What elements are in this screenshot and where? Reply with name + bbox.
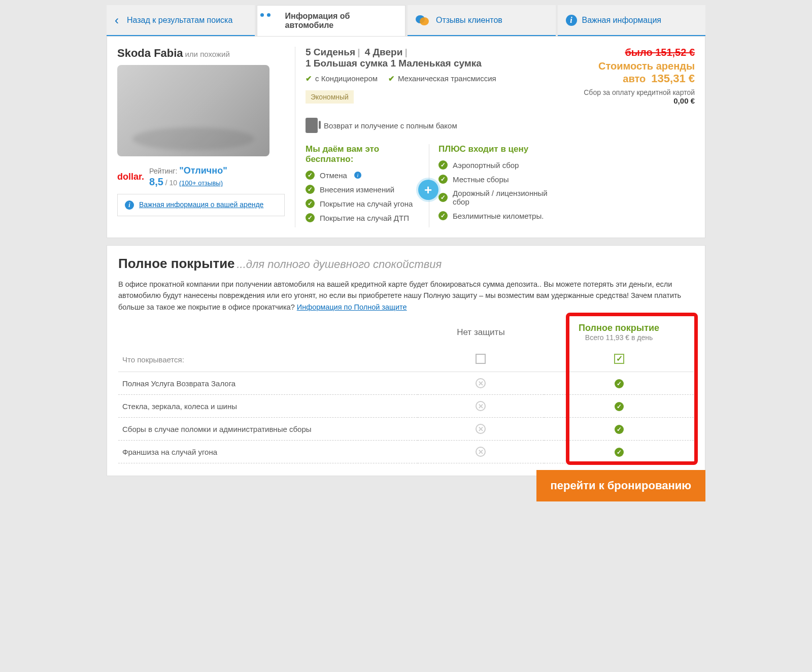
free-item: Покрытие на случай угона: [320, 199, 413, 208]
proceed-booking-button[interactable]: перейти к бронированию: [536, 470, 705, 501]
table-row: Сборы в случае поломки и административны…: [118, 418, 694, 441]
price-now: 135,31 €: [651, 72, 695, 85]
tab-reviews[interactable]: Отзывы клиентов: [408, 5, 556, 36]
free-title: Мы даём вам это бесплатно:: [306, 144, 420, 164]
car-icon: [265, 15, 280, 27]
tabs: Назад к результатам поиска Информация об…: [107, 5, 705, 36]
checkbox-no-protection[interactable]: [476, 354, 486, 364]
important-info-link[interactable]: Важная информация о вашей аренде: [139, 200, 263, 209]
check-icon: ✓: [306, 213, 315, 222]
car-name: Skoda Fabia: [117, 47, 183, 59]
check-icon: ✓: [615, 448, 624, 457]
car-image: [117, 65, 269, 156]
coverage-section: Полное покрытие ...для полного душевного…: [107, 245, 705, 476]
checkbox-full-coverage[interactable]: [614, 354, 624, 364]
coverage-info-link[interactable]: Информация по Полной защите: [297, 303, 407, 311]
coverage-description: В офисе прокатной компании при получении…: [118, 279, 694, 313]
check-icon: ✓: [615, 402, 624, 411]
rating-label: Рейтинг:: [149, 167, 177, 175]
reviews-link[interactable]: (100+ отзывы): [179, 179, 223, 187]
fuel-text: Возврат и получение с полным баком: [324, 121, 457, 130]
class-badge: Экономный: [306, 90, 354, 104]
check-icon: ✓: [615, 425, 624, 434]
fee-label: Сбор за оплату кредитной картой: [563, 88, 695, 96]
col-full-coverage: Полное покрытие: [579, 323, 659, 333]
price-was: было 151,52 €: [563, 47, 695, 58]
info-icon[interactable]: i: [354, 172, 361, 179]
free-item: Отмена: [320, 171, 347, 180]
check-icon: ✔: [306, 74, 312, 83]
important-info-box: i Важная информация о вашей аренде: [117, 194, 285, 216]
x-icon: ✕: [476, 401, 486, 411]
plus-item: Аэропортный сбор: [453, 161, 519, 170]
check-icon: ✓: [438, 175, 448, 184]
rating-score: 8,5: [149, 176, 163, 187]
tab-car-info[interactable]: Информация об автомобиле: [257, 5, 406, 36]
info-icon: i: [566, 15, 577, 26]
inclusions: Мы даём вам это бесплатно: ✓Отменаi ✓Вне…: [306, 144, 553, 227]
spec-seats: 5 Сиденья: [306, 47, 355, 57]
row-label: Полная Услуга Возврата Залога: [118, 372, 418, 395]
tab-important[interactable]: i Важная информация: [558, 5, 706, 36]
spec-small-bag: 1 Маленькая сумка: [390, 58, 481, 69]
plus-item: Дорожный / лицензионный сбор: [453, 189, 553, 206]
rating-max: / 10: [165, 179, 177, 187]
price-block: было 151,52 € Стоимость аренды авто 135,…: [563, 47, 695, 227]
col-full-sub: Всего 11,93 € в день: [548, 333, 690, 342]
check-icon: ✓: [306, 171, 315, 180]
check-icon: ✓: [438, 160, 448, 170]
tab-back[interactable]: Назад к результатам поиска: [107, 5, 255, 36]
fee-value: 0,00 €: [563, 96, 695, 105]
check-icon: ✓: [438, 193, 448, 202]
plus-item: Местные сборы: [453, 175, 509, 184]
plus-icon: +: [418, 180, 438, 200]
row-header: Что покрывается:: [118, 348, 418, 372]
spec-ac: с Кондиционером: [315, 74, 378, 83]
car-specs: 5 Сиденья| 4 Двери| 1 Большая сумка 1 Ма…: [306, 47, 553, 69]
x-icon: ✕: [476, 424, 486, 434]
table-row: Франшиза на случай угона ✕ ✓: [118, 441, 694, 463]
free-item: Внесения изменений: [320, 185, 394, 194]
spec-big-bag: 1 Большая сумка: [306, 58, 388, 69]
table-row: Полная Услуга Возврата Залога ✕ ✓: [118, 372, 694, 395]
check-icon: ✓: [306, 199, 315, 208]
fuel-icon: [306, 118, 318, 133]
coverage-subtitle: ...для полного душевного спокойствия: [236, 258, 442, 271]
table-row: Стекла, зеркала, колеса и шины ✕ ✓: [118, 395, 694, 418]
spec-trans: Механическая трансмиссия: [398, 74, 496, 83]
car-card: Skoda Fabia или похожий dollar. Рейтинг:…: [107, 36, 705, 238]
x-icon: ✕: [476, 378, 486, 388]
plus-item: Безлимитные километры.: [453, 212, 544, 220]
row-label: Стекла, зеркала, колеса и шины: [118, 395, 418, 418]
check-icon: ✓: [306, 185, 315, 194]
free-item: Покрытие на случай ДТП: [320, 214, 409, 222]
car-similar: или похожий: [185, 50, 229, 58]
row-label: Франшиза на случай угона: [118, 441, 418, 463]
price-label: Стоимость аренды авто 135,31 €: [563, 60, 695, 85]
check-icon: ✓: [615, 379, 624, 388]
row-label: Сборы в случае поломки и административны…: [118, 418, 418, 441]
tab-car-info-label: Информация об автомобиле: [285, 12, 397, 30]
supplier-logo: dollar.: [117, 172, 144, 182]
info-icon: i: [125, 200, 134, 210]
col-no-protection: Нет защиты: [418, 317, 544, 348]
check-icon: ✔: [388, 74, 395, 83]
rating-text: "Отлично": [179, 165, 227, 176]
features: ✔с Кондиционером ✔Механическая трансмисс…: [306, 74, 553, 83]
tab-reviews-label: Отзывы клиентов: [436, 16, 502, 25]
tab-important-label: Важная информация: [582, 16, 662, 25]
x-icon: ✕: [476, 447, 486, 457]
tab-back-label: Назад к результатам поиска: [127, 16, 232, 25]
check-icon: ✓: [438, 211, 448, 220]
plus-title: ПЛЮС входит в цену: [438, 144, 553, 154]
coverage-table: Нет защиты Полное покрытие Всего 11,93 €…: [118, 317, 694, 463]
spec-doors: 4 Двери: [365, 47, 403, 57]
chat-icon: [416, 14, 431, 26]
coverage-title: Полное покрытие: [118, 256, 235, 271]
fuel-policy: Возврат и получение с полным баком: [306, 118, 553, 133]
